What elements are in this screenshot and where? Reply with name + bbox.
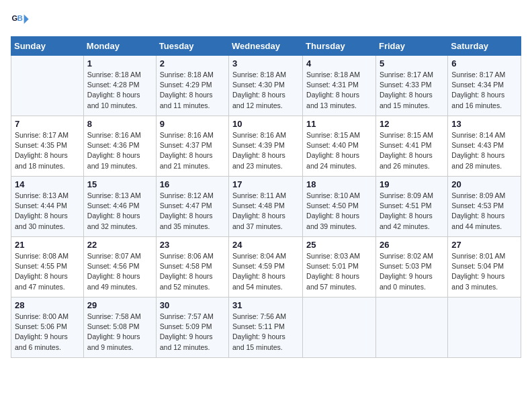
weekday-header-thursday: Thursday — [303, 37, 376, 56]
day-info: Sunrise: 8:12 AMSunset: 4:47 PMDaylight:… — [160, 191, 225, 232]
day-number: 20 — [451, 179, 517, 189]
weekday-header-friday: Friday — [375, 37, 447, 56]
day-number: 4 — [306, 58, 372, 68]
day-number: 7 — [15, 119, 80, 129]
day-number: 31 — [232, 300, 299, 310]
calendar-cell — [375, 298, 447, 358]
day-number: 16 — [160, 179, 225, 189]
day-info: Sunrise: 8:18 AMSunset: 4:31 PMDaylight:… — [306, 70, 372, 111]
day-number: 26 — [380, 240, 444, 250]
calendar-cell: 31Sunrise: 7:56 AMSunset: 5:11 PMDayligh… — [229, 298, 303, 358]
page-header: G B — [11, 11, 521, 30]
day-number: 9 — [160, 119, 225, 129]
calendar-cell: 24Sunrise: 8:04 AMSunset: 4:59 PMDayligh… — [229, 237, 303, 298]
day-number: 25 — [306, 240, 372, 250]
calendar-cell: 25Sunrise: 8:03 AMSunset: 5:01 PMDayligh… — [303, 237, 376, 298]
day-info: Sunrise: 8:08 AMSunset: 4:55 PMDaylight:… — [15, 251, 80, 292]
calendar-cell: 27Sunrise: 8:01 AMSunset: 5:04 PMDayligh… — [448, 237, 521, 298]
day-info: Sunrise: 8:16 AMSunset: 4:37 PMDaylight:… — [160, 130, 225, 171]
calendar-cell: 16Sunrise: 8:12 AMSunset: 4:47 PMDayligh… — [156, 177, 228, 237]
day-info: Sunrise: 8:13 AMSunset: 4:44 PMDaylight:… — [15, 191, 80, 232]
day-number: 19 — [380, 179, 444, 189]
day-number: 29 — [87, 300, 152, 310]
day-info: Sunrise: 8:04 AMSunset: 4:59 PMDaylight:… — [232, 251, 299, 292]
day-info: Sunrise: 8:17 AMSunset: 4:34 PMDaylight:… — [451, 70, 517, 111]
day-number: 21 — [15, 240, 80, 250]
day-info: Sunrise: 8:17 AMSunset: 4:33 PMDaylight:… — [380, 70, 444, 111]
svg-text:B: B — [17, 14, 23, 22]
weekday-header-saturday: Saturday — [448, 37, 521, 56]
day-info: Sunrise: 8:09 AMSunset: 4:51 PMDaylight:… — [380, 191, 444, 232]
day-number: 24 — [232, 240, 299, 250]
day-info: Sunrise: 8:07 AMSunset: 4:56 PMDaylight:… — [87, 251, 152, 292]
day-info: Sunrise: 8:18 AMSunset: 4:30 PMDaylight:… — [232, 70, 299, 111]
calendar-cell: 29Sunrise: 7:58 AMSunset: 5:08 PMDayligh… — [83, 298, 156, 358]
calendar-cell: 10Sunrise: 8:16 AMSunset: 4:39 PMDayligh… — [229, 116, 303, 177]
week-row-0: 1Sunrise: 8:18 AMSunset: 4:28 PMDaylight… — [11, 56, 521, 116]
day-info: Sunrise: 8:02 AMSunset: 5:03 PMDaylight:… — [380, 251, 444, 292]
week-row-1: 7Sunrise: 8:17 AMSunset: 4:35 PMDaylight… — [11, 116, 521, 177]
day-number: 27 — [451, 240, 517, 250]
day-number: 6 — [451, 58, 517, 68]
calendar-cell: 3Sunrise: 8:18 AMSunset: 4:30 PMDaylight… — [229, 56, 303, 116]
day-number: 12 — [380, 119, 444, 129]
day-info: Sunrise: 8:14 AMSunset: 4:43 PMDaylight:… — [451, 130, 517, 171]
calendar-cell: 13Sunrise: 8:14 AMSunset: 4:43 PMDayligh… — [448, 116, 521, 177]
day-info: Sunrise: 7:58 AMSunset: 5:08 PMDaylight:… — [87, 312, 152, 353]
calendar-cell: 11Sunrise: 8:15 AMSunset: 4:40 PMDayligh… — [303, 116, 376, 177]
day-number: 10 — [232, 119, 299, 129]
calendar-cell: 18Sunrise: 8:10 AMSunset: 4:50 PMDayligh… — [303, 177, 376, 237]
calendar-cell: 1Sunrise: 8:18 AMSunset: 4:28 PMDaylight… — [83, 56, 156, 116]
day-number: 23 — [160, 240, 225, 250]
calendar-cell: 7Sunrise: 8:17 AMSunset: 4:35 PMDaylight… — [11, 116, 84, 177]
day-info: Sunrise: 8:18 AMSunset: 4:28 PMDaylight:… — [87, 70, 152, 111]
calendar-cell: 21Sunrise: 8:08 AMSunset: 4:55 PMDayligh… — [11, 237, 84, 298]
day-number: 5 — [380, 58, 444, 68]
calendar-cell: 14Sunrise: 8:13 AMSunset: 4:44 PMDayligh… — [11, 177, 84, 237]
day-info: Sunrise: 8:10 AMSunset: 4:50 PMDaylight:… — [306, 191, 372, 232]
calendar-cell: 23Sunrise: 8:06 AMSunset: 4:58 PMDayligh… — [156, 237, 228, 298]
calendar-cell: 9Sunrise: 8:16 AMSunset: 4:37 PMDaylight… — [156, 116, 228, 177]
calendar-cell: 6Sunrise: 8:17 AMSunset: 4:34 PMDaylight… — [448, 56, 521, 116]
calendar-cell: 8Sunrise: 8:16 AMSunset: 4:36 PMDaylight… — [83, 116, 156, 177]
weekday-header-tuesday: Tuesday — [156, 37, 228, 56]
day-info: Sunrise: 8:06 AMSunset: 4:58 PMDaylight:… — [160, 251, 225, 292]
day-info: Sunrise: 8:09 AMSunset: 4:53 PMDaylight:… — [451, 191, 517, 232]
calendar-cell: 5Sunrise: 8:17 AMSunset: 4:33 PMDaylight… — [375, 56, 447, 116]
day-info: Sunrise: 7:57 AMSunset: 5:09 PMDaylight:… — [160, 312, 225, 353]
day-number: 15 — [87, 179, 152, 189]
weekday-header-row: SundayMondayTuesdayWednesdayThursdayFrid… — [11, 37, 521, 56]
weekday-header-monday: Monday — [83, 37, 156, 56]
day-number: 14 — [15, 179, 80, 189]
calendar-table: SundayMondayTuesdayWednesdayThursdayFrid… — [11, 36, 521, 358]
logo-icon: G B — [11, 11, 30, 30]
calendar-cell: 12Sunrise: 8:15 AMSunset: 4:41 PMDayligh… — [375, 116, 447, 177]
calendar-cell: 15Sunrise: 8:13 AMSunset: 4:46 PMDayligh… — [83, 177, 156, 237]
day-info: Sunrise: 8:16 AMSunset: 4:39 PMDaylight:… — [232, 130, 299, 171]
day-info: Sunrise: 8:13 AMSunset: 4:46 PMDaylight:… — [87, 191, 152, 232]
day-info: Sunrise: 8:03 AMSunset: 5:01 PMDaylight:… — [306, 251, 372, 292]
weekday-header-sunday: Sunday — [11, 37, 84, 56]
day-number: 28 — [15, 300, 80, 310]
day-number: 18 — [306, 179, 372, 189]
calendar-cell: 30Sunrise: 7:57 AMSunset: 5:09 PMDayligh… — [156, 298, 228, 358]
calendar-cell: 17Sunrise: 8:11 AMSunset: 4:48 PMDayligh… — [229, 177, 303, 237]
day-number: 2 — [160, 58, 225, 68]
calendar-cell — [303, 298, 376, 358]
day-info: Sunrise: 8:16 AMSunset: 4:36 PMDaylight:… — [87, 130, 152, 171]
day-info: Sunrise: 8:17 AMSunset: 4:35 PMDaylight:… — [15, 130, 80, 171]
weekday-header-wednesday: Wednesday — [229, 37, 303, 56]
calendar-cell: 26Sunrise: 8:02 AMSunset: 5:03 PMDayligh… — [375, 237, 447, 298]
logo: G B — [11, 11, 32, 30]
day-number: 13 — [451, 119, 517, 129]
day-info: Sunrise: 8:00 AMSunset: 5:06 PMDaylight:… — [15, 312, 80, 353]
day-number: 8 — [87, 119, 152, 129]
day-info: Sunrise: 8:01 AMSunset: 5:04 PMDaylight:… — [451, 251, 517, 292]
day-number: 1 — [87, 58, 152, 68]
week-row-3: 21Sunrise: 8:08 AMSunset: 4:55 PMDayligh… — [11, 237, 521, 298]
day-number: 3 — [232, 58, 299, 68]
calendar-cell — [11, 56, 84, 116]
calendar-cell — [448, 298, 521, 358]
day-info: Sunrise: 8:15 AMSunset: 4:40 PMDaylight:… — [306, 130, 372, 171]
day-number: 11 — [306, 119, 372, 129]
